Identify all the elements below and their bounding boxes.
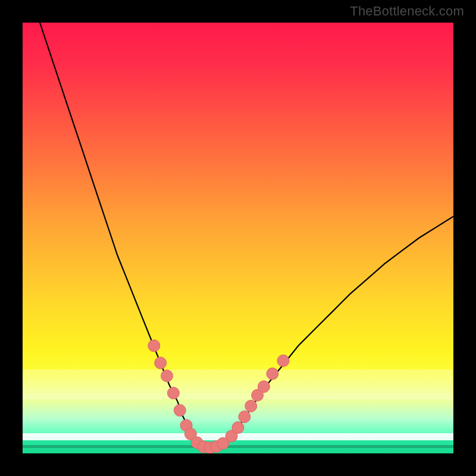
marker-dot	[155, 357, 167, 369]
marker-dot	[258, 381, 270, 393]
marker-dot	[161, 370, 173, 382]
marker-dot	[245, 400, 257, 412]
valley-markers	[148, 340, 289, 453]
plot-area	[23, 23, 453, 453]
marker-dot	[167, 387, 179, 399]
marker-dot	[267, 368, 278, 380]
chart-frame: TheBottleneck.com	[0, 0, 476, 476]
curve-layer	[23, 23, 453, 453]
watermark-text: TheBottleneck.com	[350, 4, 464, 19]
marker-dot	[232, 422, 244, 434]
marker-dot	[239, 411, 250, 423]
bottleneck-curve	[40, 23, 453, 448]
marker-dot	[277, 355, 289, 367]
marker-dot	[174, 405, 186, 416]
marker-dot	[148, 340, 160, 352]
